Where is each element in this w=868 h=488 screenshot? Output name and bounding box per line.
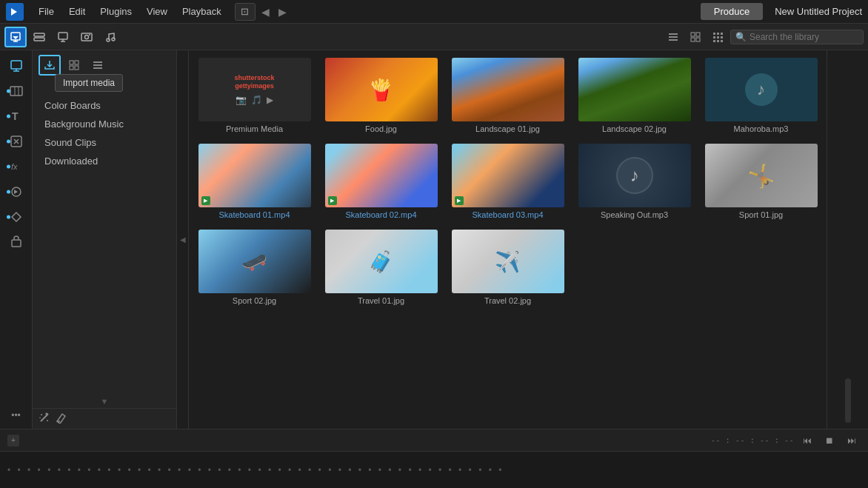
scroll-down-arrow[interactable]: ▼ [33, 395, 176, 408]
svg-rect-21 [717, 36, 719, 39]
svg-point-47 [39, 417, 41, 418]
app-logo [6, 3, 24, 21]
timeline-dots: • • • • • • • • • • • • • • • • • • • • … [7, 465, 504, 475]
play-forward-button[interactable]: ⏭ [843, 432, 861, 449]
stop-button[interactable]: ⏹ [821, 432, 838, 449]
media-item-food[interactable]: 🍟 Food.jpg [323, 58, 439, 133]
skate02-label: Skateboard 02.mp4 [345, 210, 416, 219]
sidebar-more-icon[interactable]: ••• [4, 407, 28, 424]
media-item-premium[interactable]: shutterstockgettyimages 📷 🎵 ▶ Premium Me… [196, 58, 313, 133]
skate01-label: Skateboard 01.mp4 [218, 210, 290, 219]
timeline-view-button[interactable] [28, 27, 50, 47]
menu-playback[interactable]: Playback [175, 3, 229, 20]
media-item-sport01[interactable]: 🤸 Sport 01.jpg [703, 144, 819, 219]
svg-point-6 [85, 35, 89, 39]
sidebar-text-icon[interactable]: T [4, 105, 28, 127]
svg-point-46 [47, 420, 48, 421]
nav-forward[interactable]: ▶ [276, 3, 290, 21]
svg-rect-18 [717, 33, 719, 35]
media-view-btn2[interactable] [87, 56, 108, 75]
media-grid: shutterstockgettyimages 📷 🎵 ▶ Premium Me… [196, 58, 819, 312]
nav-background-music[interactable]: Background Music [33, 115, 176, 133]
screen-btn[interactable]: ⊡ [235, 3, 256, 21]
resize-handle[interactable]: ◀ [177, 50, 189, 429]
sidebar-import-icon[interactable] [4, 55, 28, 77]
mahoroba-label: Mahoroba.mp3 [734, 124, 789, 133]
svg-rect-42 [93, 67, 102, 69]
sidebar-asset-icon[interactable] [4, 231, 28, 253]
import-button[interactable] [39, 55, 61, 76]
produce-button[interactable]: Produce [701, 3, 763, 20]
monitor-button[interactable] [52, 27, 74, 47]
svg-point-7 [89, 34, 90, 36]
import-media-button[interactable] [4, 27, 27, 47]
tile-view-button[interactable] [708, 28, 727, 46]
svg-rect-36 [70, 61, 73, 64]
menu-file[interactable]: File [31, 3, 61, 20]
grid-view-button[interactable] [686, 28, 705, 46]
nav-sound-clips[interactable]: Sound Clips [33, 133, 176, 152]
svg-rect-25 [721, 40, 723, 42]
media-item-travel02[interactable]: ✈️ Travel 02.jpg [450, 230, 566, 305]
media-item-landscape01[interactable]: Landscape 01.jpg [450, 58, 566, 133]
left-icon-sidebar: T fx [0, 50, 33, 429]
sidebar-fx-icon[interactable]: fx [4, 156, 28, 178]
camera-icon: 📷 [236, 95, 247, 105]
nav-downloaded[interactable]: Downloaded [33, 152, 176, 170]
wand-area [33, 408, 176, 429]
menu-edit[interactable]: Edit [61, 3, 93, 20]
media-item-travel01[interactable]: 🧳 Travel 01.jpg [323, 230, 439, 305]
menu-plugins[interactable]: Plugins [93, 3, 139, 20]
media-item-landscape02[interactable]: Landscape 02.jpg [576, 58, 692, 133]
media-item-skate03[interactable]: ▶ Skateboard 03.mp4 [450, 144, 566, 219]
play-back-button[interactable]: ⏮ [798, 432, 816, 449]
media-item-skate01[interactable]: ▶ Skateboard 01.mp4 [196, 144, 313, 219]
resize-arrow-icon: ◀ [180, 235, 186, 244]
svg-rect-10 [669, 33, 678, 35]
nav-back[interactable]: ◀ [258, 3, 273, 21]
svg-marker-0 [11, 8, 17, 16]
landscape02-thumb [578, 58, 691, 121]
svg-point-45 [41, 414, 42, 415]
sidebar-storyboard-icon[interactable] [4, 80, 28, 102]
svg-rect-2 [34, 33, 44, 36]
sport01-label: Sport 01.jpg [739, 210, 783, 219]
eraser-icon[interactable] [55, 412, 67, 426]
sidebar-effects-icon[interactable] [4, 130, 28, 153]
landscape01-label: Landscape 01.jpg [475, 124, 540, 133]
svg-rect-27 [10, 87, 22, 96]
media-item-sport02[interactable]: 🛹 Sport 02.jpg [196, 230, 313, 305]
travel02-thumb: ✈️ [452, 230, 564, 293]
svg-text:T: T [12, 110, 19, 122]
music-button[interactable] [99, 27, 121, 47]
wand-icon[interactable] [39, 412, 50, 426]
media-item-skate02[interactable]: ▶ Skateboard 02.mp4 [323, 144, 439, 219]
search-input[interactable] [750, 32, 861, 42]
svg-text:fx: fx [11, 162, 18, 171]
shutterstock-icons: 📷 🎵 ▶ [236, 95, 273, 105]
food-label: Food.jpg [365, 124, 397, 133]
sidebar-keyframe-icon[interactable] [4, 206, 28, 228]
photo-button[interactable] [76, 27, 98, 47]
list-view-button[interactable] [664, 28, 683, 46]
sidebar-motion-icon[interactable] [4, 181, 28, 203]
timeline-add-track[interactable]: + [7, 435, 19, 447]
timeline-top: + -- : -- : -- : -- ⏮ ⏹ ⏭ [0, 429, 868, 452]
media-item-speaking[interactable]: ♪ Speaking Out.mp3 [576, 144, 692, 219]
premium-media-thumb: shutterstockgettyimages 📷 🎵 ▶ [198, 58, 311, 121]
shutterstock-logo: shutterstockgettyimages [234, 74, 274, 90]
music-note-icon: ♪ [745, 73, 778, 106]
media-item-mahoroba[interactable]: ♪ Mahoroba.mp3 [703, 58, 819, 133]
toolbar: 🔍 [0, 24, 868, 50]
search-box: 🔍 [730, 30, 864, 44]
skate03-label: Skateboard 03.mp4 [472, 210, 543, 219]
svg-rect-16 [696, 38, 700, 41]
svg-rect-17 [713, 33, 715, 35]
menu-view[interactable]: View [139, 3, 175, 20]
nav-color-boards[interactable]: Color Boards [33, 96, 176, 115]
video-marker-02: ▶ [328, 196, 337, 205]
speaking-note-icon: ♪ [616, 157, 653, 194]
speaking-label: Speaking Out.mp3 [601, 210, 668, 219]
media-view-btn1[interactable] [64, 56, 84, 75]
svg-point-8 [107, 39, 110, 41]
